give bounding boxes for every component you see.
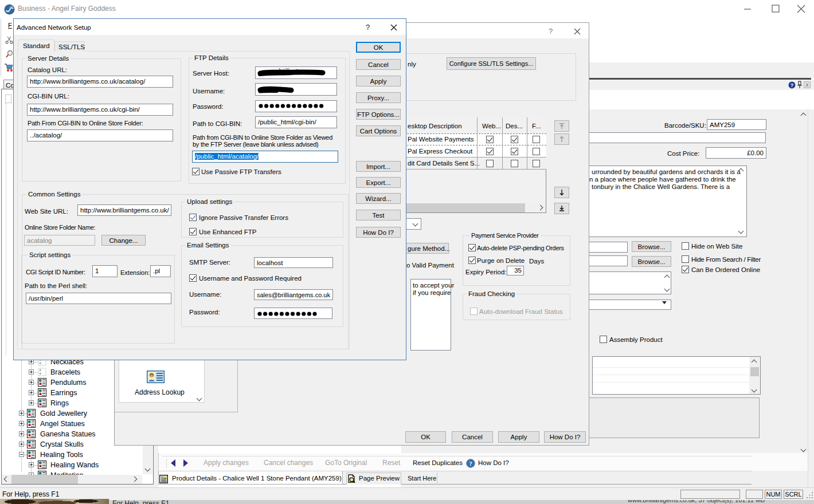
svg-text:?: ? — [790, 82, 794, 88]
svg-text:?: ? — [469, 460, 472, 467]
